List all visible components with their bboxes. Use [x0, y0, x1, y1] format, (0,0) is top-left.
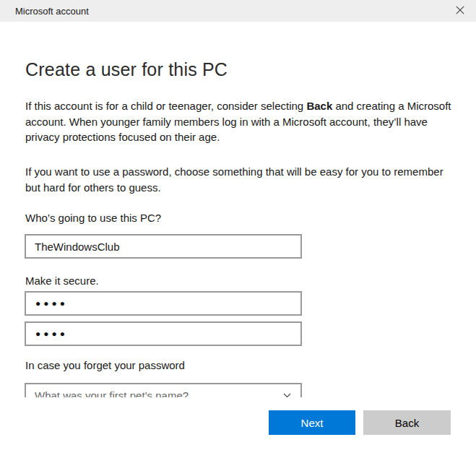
username-label: Who’s going to use this PC?	[25, 212, 161, 224]
titlebar: Microsoft account	[0, 0, 476, 22]
microsoft-account-dialog: Microsoft account Create a user for this…	[0, 0, 476, 458]
password-input[interactable]	[25, 291, 302, 316]
next-button[interactable]: Next	[269, 410, 355, 435]
secure-label: Make it secure.	[25, 275, 99, 287]
chevron-down-icon	[283, 393, 300, 398]
back-button[interactable]: Back	[363, 410, 451, 435]
intro-text-bold-back: Back	[306, 100, 332, 112]
security-question-select[interactable]: What was your first pet’s name?	[25, 383, 302, 397]
close-button[interactable]	[443, 0, 476, 22]
dialog-content: Create a user for this PC If this accoun…	[0, 22, 476, 397]
close-icon	[456, 6, 464, 17]
password-hint-paragraph: If you want to use a password, choose so…	[25, 164, 456, 195]
window-title: Microsoft account	[0, 6, 443, 17]
confirm-password-input[interactable]	[25, 321, 302, 346]
page-title: Create a user for this PC	[25, 59, 228, 80]
intro-paragraph: If this account is for a child or teenag…	[25, 98, 456, 145]
security-question-value: What was your first pet’s name?	[26, 389, 283, 398]
intro-text-before: If this account is for a child or teenag…	[25, 100, 306, 112]
username-input[interactable]	[25, 234, 302, 259]
forget-password-label: In case you forget your password	[25, 359, 185, 371]
